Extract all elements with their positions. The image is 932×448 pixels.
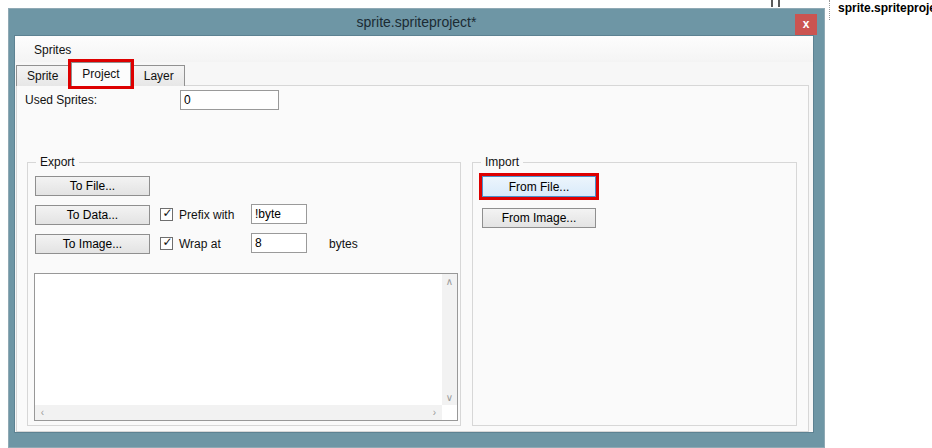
to-data-button[interactable]: To Data...: [35, 205, 150, 225]
wrap-value-input[interactable]: [251, 233, 307, 253]
background-document-tab[interactable]: sprite.spriteproject: [838, 1, 932, 15]
from-image-button[interactable]: From Image...: [482, 208, 596, 228]
tab-strip: Sprite Project Layer: [16, 62, 187, 86]
splitter-grip-mark: [771, 0, 773, 7]
from-file-button[interactable]: From File...: [482, 176, 596, 197]
used-sprites-input[interactable]: [180, 90, 279, 110]
checkmark-icon: ✓: [161, 235, 174, 249]
vertical-scrollbar[interactable]: ∧ ∨: [442, 274, 457, 405]
import-group-label: Import: [481, 155, 523, 169]
checkmark-icon: ✓: [161, 206, 174, 220]
menu-item-sprites[interactable]: Sprites: [31, 42, 74, 58]
horizontal-scrollbar[interactable]: ‹ ›: [35, 405, 442, 420]
tab-sprite[interactable]: Sprite: [16, 65, 69, 86]
window-client-area: Sprites Sprite Project Layer Used Sprite…: [14, 35, 814, 433]
window-titlebar[interactable]: sprite.spriteproject* x: [8, 8, 825, 35]
focus-dotted-line: [829, 0, 830, 20]
window-title: sprite.spriteproject*: [8, 8, 825, 36]
menu-bar: Sprites: [15, 36, 813, 62]
scroll-up-icon[interactable]: ∧: [442, 274, 457, 289]
export-group-label: Export: [36, 155, 79, 169]
prefix-value-input[interactable]: [251, 204, 307, 224]
sprite-project-window: sprite.spriteproject* x Sprites Sprite P…: [8, 8, 825, 448]
prefix-with-label: Prefix with: [179, 208, 234, 222]
scroll-right-icon[interactable]: ›: [427, 405, 442, 420]
export-output-textarea[interactable]: ∧ ∨ ‹ ›: [34, 273, 458, 421]
import-group: Import From File... From Image...: [472, 162, 797, 426]
splitter-grip-mark: [778, 0, 780, 7]
close-icon: x: [803, 17, 810, 31]
to-image-button[interactable]: To Image...: [35, 234, 150, 254]
close-button[interactable]: x: [795, 14, 817, 35]
scroll-down-icon[interactable]: ∨: [442, 390, 457, 405]
tab-layer[interactable]: Layer: [133, 65, 185, 86]
bytes-label: bytes: [329, 237, 358, 251]
wrap-at-checkbox[interactable]: ✓: [160, 237, 173, 250]
to-file-button[interactable]: To File...: [35, 176, 150, 196]
tab-page-project: Used Sprites: Export To File... To Data.…: [16, 85, 809, 432]
prefix-with-checkbox[interactable]: ✓: [160, 208, 173, 221]
wrap-at-label: Wrap at: [179, 237, 221, 251]
used-sprites-label: Used Sprites:: [25, 93, 97, 107]
tab-project[interactable]: Project: [71, 62, 130, 86]
scroll-left-icon[interactable]: ‹: [35, 405, 50, 420]
export-group: Export To File... To Data... To Image...…: [27, 162, 461, 426]
